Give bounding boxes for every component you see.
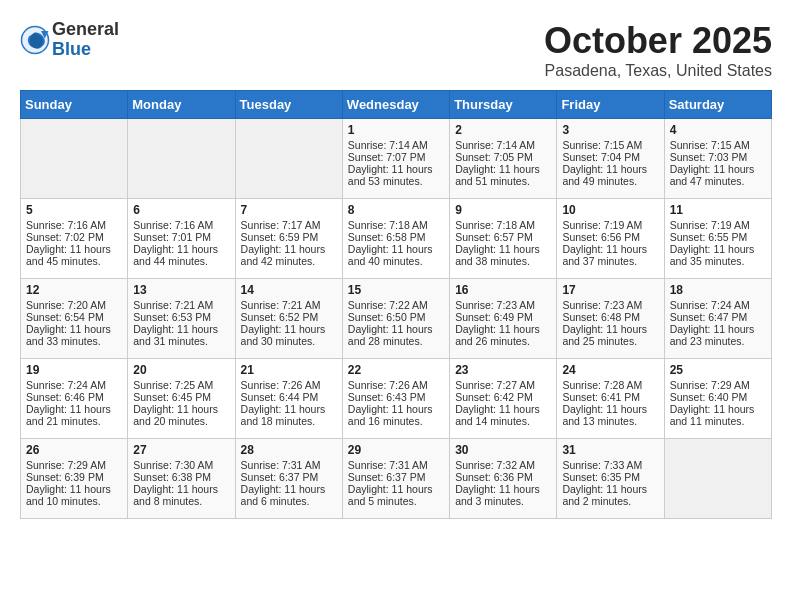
sunrise-text: Sunrise: 7:31 AM xyxy=(241,459,321,471)
daylight-text: Daylight: 11 hours and 45 minutes. xyxy=(26,243,111,267)
sunrise-text: Sunrise: 7:31 AM xyxy=(348,459,428,471)
daylight-text: Daylight: 11 hours and 25 minutes. xyxy=(562,323,647,347)
day-number: 19 xyxy=(26,363,122,377)
day-number: 2 xyxy=(455,123,551,137)
calendar-cell: 15Sunrise: 7:22 AMSunset: 6:50 PMDayligh… xyxy=(342,279,449,359)
weekday-header-wednesday: Wednesday xyxy=(342,91,449,119)
daylight-text: Daylight: 11 hours and 38 minutes. xyxy=(455,243,540,267)
day-number: 20 xyxy=(133,363,229,377)
daylight-text: Daylight: 11 hours and 51 minutes. xyxy=(455,163,540,187)
calendar-table: SundayMondayTuesdayWednesdayThursdayFrid… xyxy=(20,90,772,519)
calendar-cell: 10Sunrise: 7:19 AMSunset: 6:56 PMDayligh… xyxy=(557,199,664,279)
calendar-cell: 19Sunrise: 7:24 AMSunset: 6:46 PMDayligh… xyxy=(21,359,128,439)
calendar-cell: 18Sunrise: 7:24 AMSunset: 6:47 PMDayligh… xyxy=(664,279,771,359)
daylight-text: Daylight: 11 hours and 13 minutes. xyxy=(562,403,647,427)
page-header: General Blue October 2025 Pasadena, Texa… xyxy=(20,20,772,80)
sunset-text: Sunset: 6:52 PM xyxy=(241,311,319,323)
weekday-header-saturday: Saturday xyxy=(664,91,771,119)
sunset-text: Sunset: 7:07 PM xyxy=(348,151,426,163)
weekday-header-friday: Friday xyxy=(557,91,664,119)
calendar-cell: 16Sunrise: 7:23 AMSunset: 6:49 PMDayligh… xyxy=(450,279,557,359)
sunset-text: Sunset: 6:36 PM xyxy=(455,471,533,483)
sunset-text: Sunset: 6:54 PM xyxy=(26,311,104,323)
daylight-text: Daylight: 11 hours and 40 minutes. xyxy=(348,243,433,267)
sunset-text: Sunset: 7:01 PM xyxy=(133,231,211,243)
weekday-header-sunday: Sunday xyxy=(21,91,128,119)
sunset-text: Sunset: 6:42 PM xyxy=(455,391,533,403)
sunset-text: Sunset: 6:37 PM xyxy=(348,471,426,483)
sunrise-text: Sunrise: 7:14 AM xyxy=(455,139,535,151)
day-number: 5 xyxy=(26,203,122,217)
sunrise-text: Sunrise: 7:16 AM xyxy=(133,219,213,231)
sunset-text: Sunset: 6:53 PM xyxy=(133,311,211,323)
sunset-text: Sunset: 6:45 PM xyxy=(133,391,211,403)
weekday-header-row: SundayMondayTuesdayWednesdayThursdayFrid… xyxy=(21,91,772,119)
sunrise-text: Sunrise: 7:23 AM xyxy=(562,299,642,311)
sunset-text: Sunset: 6:39 PM xyxy=(26,471,104,483)
sunset-text: Sunset: 7:03 PM xyxy=(670,151,748,163)
day-number: 8 xyxy=(348,203,444,217)
sunrise-text: Sunrise: 7:16 AM xyxy=(26,219,106,231)
daylight-text: Daylight: 11 hours and 49 minutes. xyxy=(562,163,647,187)
sunrise-text: Sunrise: 7:15 AM xyxy=(670,139,750,151)
daylight-text: Daylight: 11 hours and 33 minutes. xyxy=(26,323,111,347)
day-number: 14 xyxy=(241,283,337,297)
calendar-cell: 2Sunrise: 7:14 AMSunset: 7:05 PMDaylight… xyxy=(450,119,557,199)
daylight-text: Daylight: 11 hours and 18 minutes. xyxy=(241,403,326,427)
sunrise-text: Sunrise: 7:18 AM xyxy=(455,219,535,231)
calendar-cell: 4Sunrise: 7:15 AMSunset: 7:03 PMDaylight… xyxy=(664,119,771,199)
calendar-cell: 7Sunrise: 7:17 AMSunset: 6:59 PMDaylight… xyxy=(235,199,342,279)
sunrise-text: Sunrise: 7:33 AM xyxy=(562,459,642,471)
calendar-cell: 30Sunrise: 7:32 AMSunset: 6:36 PMDayligh… xyxy=(450,439,557,519)
sunrise-text: Sunrise: 7:29 AM xyxy=(670,379,750,391)
sunset-text: Sunset: 6:41 PM xyxy=(562,391,640,403)
sunrise-text: Sunrise: 7:29 AM xyxy=(26,459,106,471)
sunset-text: Sunset: 6:47 PM xyxy=(670,311,748,323)
calendar-cell: 28Sunrise: 7:31 AMSunset: 6:37 PMDayligh… xyxy=(235,439,342,519)
daylight-text: Daylight: 11 hours and 26 minutes. xyxy=(455,323,540,347)
daylight-text: Daylight: 11 hours and 8 minutes. xyxy=(133,483,218,507)
day-number: 17 xyxy=(562,283,658,297)
day-number: 7 xyxy=(241,203,337,217)
logo-text: General Blue xyxy=(52,20,119,60)
daylight-text: Daylight: 11 hours and 47 minutes. xyxy=(670,163,755,187)
daylight-text: Daylight: 11 hours and 31 minutes. xyxy=(133,323,218,347)
calendar-cell: 9Sunrise: 7:18 AMSunset: 6:57 PMDaylight… xyxy=(450,199,557,279)
sunset-text: Sunset: 7:04 PM xyxy=(562,151,640,163)
daylight-text: Daylight: 11 hours and 14 minutes. xyxy=(455,403,540,427)
calendar-cell: 27Sunrise: 7:30 AMSunset: 6:38 PMDayligh… xyxy=(128,439,235,519)
day-number: 1 xyxy=(348,123,444,137)
calendar-cell: 13Sunrise: 7:21 AMSunset: 6:53 PMDayligh… xyxy=(128,279,235,359)
daylight-text: Daylight: 11 hours and 30 minutes. xyxy=(241,323,326,347)
calendar-cell: 6Sunrise: 7:16 AMSunset: 7:01 PMDaylight… xyxy=(128,199,235,279)
calendar-cell: 21Sunrise: 7:26 AMSunset: 6:44 PMDayligh… xyxy=(235,359,342,439)
sunset-text: Sunset: 7:05 PM xyxy=(455,151,533,163)
sunset-text: Sunset: 6:56 PM xyxy=(562,231,640,243)
daylight-text: Daylight: 11 hours and 3 minutes. xyxy=(455,483,540,507)
sunrise-text: Sunrise: 7:15 AM xyxy=(562,139,642,151)
logo-general-text: General xyxy=(52,20,119,40)
daylight-text: Daylight: 11 hours and 21 minutes. xyxy=(26,403,111,427)
daylight-text: Daylight: 11 hours and 2 minutes. xyxy=(562,483,647,507)
day-number: 13 xyxy=(133,283,229,297)
sunrise-text: Sunrise: 7:19 AM xyxy=(670,219,750,231)
calendar-cell: 26Sunrise: 7:29 AMSunset: 6:39 PMDayligh… xyxy=(21,439,128,519)
day-number: 6 xyxy=(133,203,229,217)
sunrise-text: Sunrise: 7:25 AM xyxy=(133,379,213,391)
calendar-cell: 1Sunrise: 7:14 AMSunset: 7:07 PMDaylight… xyxy=(342,119,449,199)
sunset-text: Sunset: 6:35 PM xyxy=(562,471,640,483)
daylight-text: Daylight: 11 hours and 6 minutes. xyxy=(241,483,326,507)
sunset-text: Sunset: 6:48 PM xyxy=(562,311,640,323)
day-number: 3 xyxy=(562,123,658,137)
day-number: 23 xyxy=(455,363,551,377)
sunrise-text: Sunrise: 7:32 AM xyxy=(455,459,535,471)
daylight-text: Daylight: 11 hours and 11 minutes. xyxy=(670,403,755,427)
sunrise-text: Sunrise: 7:26 AM xyxy=(241,379,321,391)
sunset-text: Sunset: 6:38 PM xyxy=(133,471,211,483)
sunrise-text: Sunrise: 7:19 AM xyxy=(562,219,642,231)
day-number: 25 xyxy=(670,363,766,377)
sunrise-text: Sunrise: 7:27 AM xyxy=(455,379,535,391)
calendar-cell: 3Sunrise: 7:15 AMSunset: 7:04 PMDaylight… xyxy=(557,119,664,199)
sunrise-text: Sunrise: 7:24 AM xyxy=(26,379,106,391)
daylight-text: Daylight: 11 hours and 37 minutes. xyxy=(562,243,647,267)
